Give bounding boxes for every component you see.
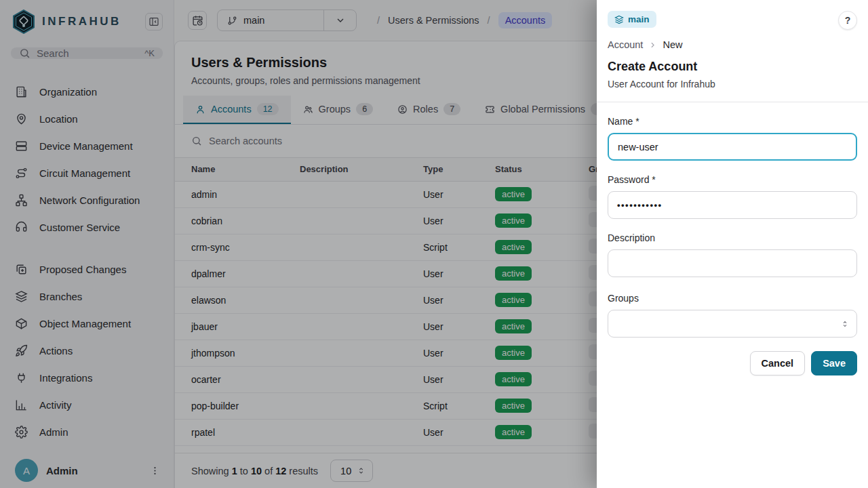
chevron-right-icon (648, 41, 657, 49)
name-input[interactable] (608, 133, 857, 161)
help-button[interactable]: ? (838, 11, 857, 30)
cancel-button[interactable]: Cancel (750, 351, 806, 375)
groups-select[interactable] (608, 310, 857, 338)
branch-badge-label: main (628, 14, 650, 24)
password-input[interactable] (608, 191, 857, 219)
drawer-breadcrumb-new: New (663, 39, 682, 50)
description-label: Description (608, 232, 857, 243)
name-label: Name * (608, 116, 857, 127)
description-field-group: Description (608, 232, 857, 279)
password-label: Password * (608, 174, 857, 185)
create-account-form: Name * Password * Description Groups (597, 102, 868, 389)
question-mark-icon: ? (845, 15, 851, 26)
drawer-header: main ? Account New Create Account User A… (597, 0, 868, 102)
description-textarea[interactable] (608, 249, 857, 277)
drawer-breadcrumb-account[interactable]: Account (608, 39, 643, 50)
branch-badge: main (608, 11, 656, 28)
drawer-breadcrumb: Account New (608, 39, 857, 50)
form-actions: Cancel Save (608, 351, 857, 375)
groups-field-group: Groups (608, 293, 857, 338)
password-field-group: Password * (608, 174, 857, 219)
drawer-title: Create Account (608, 60, 857, 74)
drawer-header-top: main ? (608, 11, 857, 30)
drawer-subtitle: User Account for Infrahub (608, 79, 857, 89)
groups-label: Groups (608, 293, 857, 304)
layers-icon (614, 15, 624, 24)
infrahub-app: INFRAHUB Search ^K (0, 0, 868, 488)
name-field-group: Name * (608, 116, 857, 161)
save-button[interactable]: Save (811, 351, 857, 375)
chevrons-up-down-icon (840, 319, 850, 329)
create-account-drawer: main ? Account New Create Account User A… (597, 0, 868, 488)
